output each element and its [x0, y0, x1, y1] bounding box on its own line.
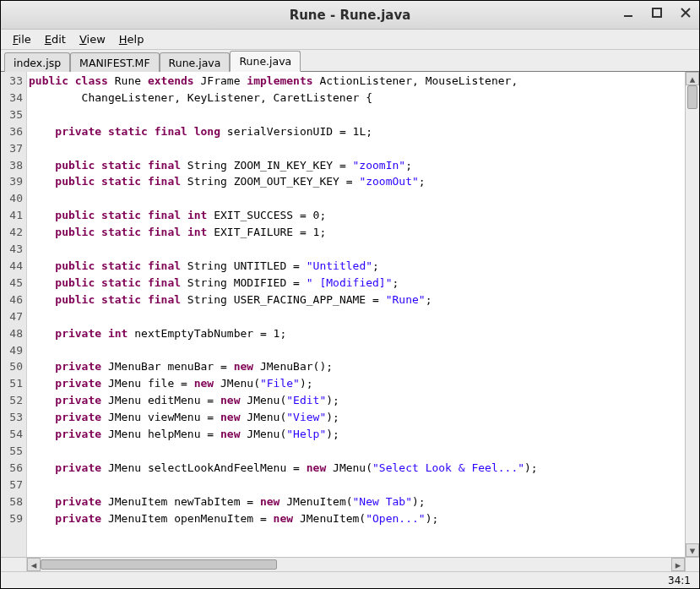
- maximize-icon[interactable]: [648, 4, 665, 21]
- cursor-position: 34:1: [668, 575, 691, 586]
- code-line[interactable]: [29, 106, 685, 123]
- code-line[interactable]: public static final String USER_FACING_A…: [29, 292, 685, 308]
- code-line[interactable]: private static final long serialVersionU…: [29, 123, 685, 140]
- gutter-spacer: [1, 558, 27, 571]
- vertical-scrollbar[interactable]: ▴ ▾: [685, 72, 699, 557]
- code-line[interactable]: private int nextEmptyTabNumber = 1;: [29, 325, 685, 342]
- svg-rect-0: [624, 15, 632, 17]
- code-line[interactable]: private JMenuItem newTabItem = new JMenu…: [29, 494, 685, 510]
- line-number-gutter: 33 34 35 36 37 38 39 40 41 42 43 44 45 4…: [1, 72, 27, 557]
- code-editor[interactable]: public class Rune extends JFrame impleme…: [27, 72, 685, 557]
- code-line[interactable]: [29, 342, 685, 359]
- scroll-thumb-h[interactable]: [41, 559, 277, 570]
- menu-file[interactable]: File: [8, 31, 36, 47]
- code-line[interactable]: public class Rune extends JFrame impleme…: [29, 73, 685, 90]
- code-line[interactable]: private JMenuBar menuBar = new JMenuBar(…: [29, 358, 685, 375]
- tab-manifest-mf[interactable]: MANIFEST.MF: [70, 52, 160, 72]
- svg-rect-1: [653, 8, 661, 17]
- tabbar: index.jspMANIFEST.MFRune.javaRune.java: [1, 50, 699, 72]
- menu-view-rest: iew: [87, 33, 106, 46]
- code-line[interactable]: public static final String ZOOM_OUT_KEY_…: [29, 173, 685, 190]
- code-line[interactable]: [29, 140, 685, 157]
- code-line[interactable]: [29, 308, 685, 325]
- scroll-down-icon[interactable]: ▾: [686, 543, 699, 557]
- horizontal-scrollbar-row: ◂ ▸: [1, 557, 699, 571]
- code-line[interactable]: public static final int EXIT_SUCCESS = 0…: [29, 207, 685, 224]
- code-line[interactable]: private JMenuItem openMenuItem = new JMe…: [29, 510, 685, 527]
- code-line[interactable]: [29, 241, 685, 258]
- code-line[interactable]: private JMenu file = new JMenu("File");: [29, 375, 685, 392]
- titlebar[interactable]: Rune - Rune.java: [1, 1, 699, 30]
- menubar: File Edit View Help: [1, 30, 699, 50]
- window-title: Rune - Rune.java: [290, 8, 411, 23]
- code-line[interactable]: public static final String ZOOM_IN_KEY_K…: [29, 157, 685, 174]
- code-line[interactable]: [29, 443, 685, 460]
- code-line[interactable]: public static final int EXIT_FAILURE = 1…: [29, 224, 685, 241]
- code-line[interactable]: private JMenu helpMenu = new JMenu("Help…: [29, 426, 685, 443]
- code-line[interactable]: private JMenu viewMenu = new JMenu("View…: [29, 409, 685, 426]
- code-line[interactable]: public static final String UNTITLED = "U…: [29, 258, 685, 275]
- scroll-track-v[interactable]: [686, 85, 699, 543]
- tab-index-jsp[interactable]: index.jsp: [4, 52, 70, 72]
- editor-area: 33 34 35 36 37 38 39 40 41 42 43 44 45 4…: [1, 72, 699, 557]
- menu-edit[interactable]: Edit: [40, 31, 71, 47]
- menu-view[interactable]: View: [74, 31, 111, 47]
- code-line[interactable]: private JMenu editMenu = new JMenu("Edit…: [29, 392, 685, 409]
- code-line[interactable]: public static final String MODIFIED = " …: [29, 275, 685, 292]
- horizontal-scrollbar[interactable]: ◂ ▸: [27, 558, 699, 571]
- scroll-right-icon[interactable]: ▸: [671, 558, 685, 571]
- code-line[interactable]: [29, 190, 685, 207]
- statusbar: 34:1: [1, 571, 699, 588]
- scroll-corner: [685, 558, 699, 571]
- scroll-up-icon[interactable]: ▴: [686, 72, 699, 85]
- menu-help[interactable]: Help: [114, 31, 149, 47]
- close-icon[interactable]: [677, 4, 694, 21]
- menu-edit-rest: dit: [52, 33, 66, 46]
- window-controls: [620, 4, 694, 21]
- tab-rune-java[interactable]: Rune.java: [230, 51, 301, 72]
- scroll-track-h[interactable]: [41, 558, 671, 571]
- minimize-icon[interactable]: [620, 4, 637, 21]
- tab-rune-java[interactable]: Rune.java: [160, 52, 231, 72]
- application-window: Rune - Rune.java File Edit View Help ind…: [0, 0, 700, 589]
- code-line[interactable]: private JMenu selectLookAndFeelMenu = ne…: [29, 460, 685, 477]
- menu-help-rest: elp: [128, 33, 144, 46]
- scroll-thumb-v[interactable]: [687, 85, 697, 109]
- scroll-left-icon[interactable]: ◂: [27, 558, 41, 571]
- code-line[interactable]: [29, 477, 685, 494]
- code-line[interactable]: ChangeListener, KeyListener, CaretListen…: [29, 90, 685, 106]
- menu-file-rest: ile: [19, 33, 31, 46]
